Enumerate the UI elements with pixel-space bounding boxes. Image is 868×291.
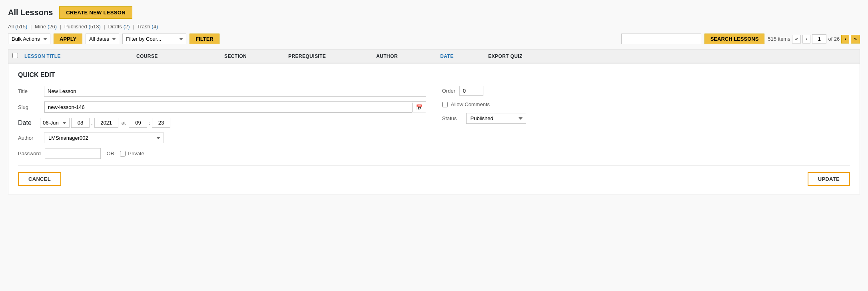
date-at-text: at <box>120 120 128 126</box>
order-input[interactable] <box>459 86 483 96</box>
page-next-button[interactable]: › <box>841 35 849 44</box>
date-day-input[interactable] <box>71 118 90 128</box>
page-prev-button[interactable]: ‹ <box>802 35 810 44</box>
title-field: Title <box>18 86 426 97</box>
filter-all-link[interactable]: All (515) <box>8 24 29 30</box>
filter-links: All (515) | Mine (26) | Published (513) … <box>8 24 860 30</box>
course-filter-select[interactable]: Filter by Cour... <box>122 34 186 44</box>
filter-published-link[interactable]: Published (513) <box>64 24 102 30</box>
col-author: AUTHOR <box>372 53 436 59</box>
page-number-input[interactable] <box>812 34 826 44</box>
update-button[interactable]: UPDATE <box>808 172 850 186</box>
title-label: Title <box>18 88 40 94</box>
filter-drafts-link[interactable]: Drafts (2) <box>108 24 131 30</box>
allow-comments-label: Allow Comments <box>451 101 490 107</box>
date-hour-input[interactable] <box>129 118 147 128</box>
date-year-input[interactable] <box>94 118 118 128</box>
title-input[interactable] <box>44 86 426 97</box>
col-lesson-title[interactable]: LESSON TITLE <box>20 53 132 59</box>
page-of-label: of 26 <box>828 36 840 42</box>
page-title: All Lessons <box>8 8 53 17</box>
date-minute-input[interactable] <box>152 118 170 128</box>
filter-button[interactable]: FILTER <box>190 34 219 44</box>
bulk-actions-select[interactable]: Bulk Actions <box>8 34 50 44</box>
bottom-row: CANCEL UPDATE <box>18 165 850 186</box>
pagination: 515 items « ‹ of 26 › » <box>768 34 860 44</box>
col-date[interactable]: DATE <box>436 53 484 59</box>
select-all-checkbox[interactable] <box>12 53 18 58</box>
search-input[interactable] <box>621 34 701 44</box>
allow-comments-checkbox[interactable] <box>442 102 448 107</box>
password-row: Password -OR- Private <box>18 148 426 159</box>
date-comma: , <box>91 120 93 126</box>
date-label: Date <box>18 119 40 127</box>
private-row: Private <box>120 150 144 156</box>
col-prerequisite: PREREQUISITE <box>284 53 372 59</box>
slug-field: Slug 📅 <box>18 101 426 113</box>
status-label: Status <box>442 115 462 121</box>
date-month-select[interactable]: 06-Jun 01-Jan 02-Feb 03-Mar 04-Apr 05-Ma… <box>40 118 70 128</box>
author-row: Author LMSmanager002 <box>18 133 426 143</box>
quick-edit-title: QUICK EDIT <box>18 71 850 79</box>
apply-button[interactable]: APPLY <box>54 34 82 44</box>
private-label: Private <box>128 150 144 156</box>
password-label: Password <box>18 150 41 156</box>
status-select[interactable]: Published Draft Pending Review Private <box>466 113 526 124</box>
private-checkbox[interactable] <box>120 151 126 156</box>
cancel-button[interactable]: CANCEL <box>18 172 61 186</box>
status-row: Status Published Draft Pending Review Pr… <box>442 113 850 124</box>
date-filter-select[interactable]: All dates <box>86 34 119 44</box>
filter-trash-link[interactable]: Trash (4) <box>137 24 158 30</box>
table-header: LESSON TITLE COURSE SECTION PREREQUISITE… <box>8 49 860 63</box>
col-export-quiz: EXPORT QUIZ <box>484 53 548 59</box>
items-count: 515 items <box>768 36 790 42</box>
order-label: Order <box>442 88 455 94</box>
password-input[interactable] <box>45 148 101 159</box>
col-section: SECTION <box>220 53 284 59</box>
author-select[interactable]: LMSmanager002 <box>44 133 164 143</box>
slug-calendar-icon[interactable]: 📅 <box>412 103 426 112</box>
page-last-button[interactable]: » <box>851 35 860 44</box>
allow-comments-row: Allow Comments <box>442 101 850 107</box>
order-row: Order <box>442 86 850 96</box>
filter-mine-link[interactable]: Mine (26) <box>35 24 58 30</box>
slug-label: Slug <box>18 104 40 110</box>
search-lessons-button[interactable]: SEARCH LESSONS <box>704 34 765 44</box>
slug-input[interactable] <box>44 102 412 113</box>
create-new-lesson-button[interactable]: CREATE NEW LESSON <box>59 6 132 19</box>
date-colon: : <box>149 120 150 126</box>
author-label: Author <box>18 135 40 141</box>
quick-edit-section: QUICK EDIT Title Slug 📅 <box>8 63 860 194</box>
page-first-button[interactable]: « <box>792 35 801 44</box>
or-text: -OR- <box>105 150 116 156</box>
date-row: Date 06-Jun 01-Jan 02-Feb 03-Mar 04-Apr … <box>18 118 426 128</box>
col-course: COURSE <box>132 53 220 59</box>
toolbar: Bulk Actions APPLY All dates Filter by C… <box>8 34 860 44</box>
